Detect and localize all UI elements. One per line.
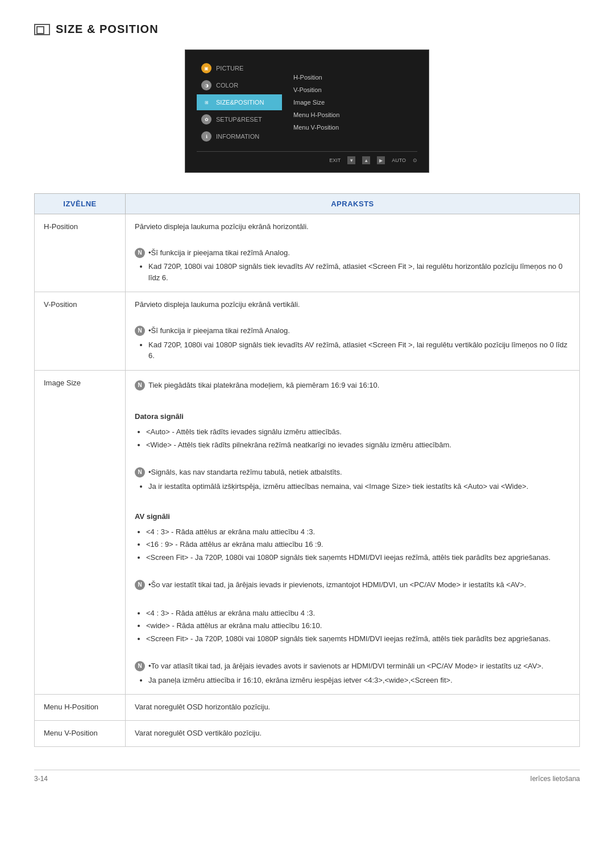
note-icon-v-1: N <box>135 326 145 336</box>
osd-image-container: ▣ PICTURE ◑ COLOR ⊞ SIZE&POSITION ✿ SETU… <box>34 49 580 173</box>
note-av-main: Šo var iestatīt tikai tad, ja ārējais ie… <box>151 579 526 591</box>
osd-color-label: COLOR <box>216 82 238 89</box>
table-row-image-size: Image Size N Tiek piegādāts tikai platek… <box>35 370 580 695</box>
footer-page-number: 3-14 <box>34 775 48 783</box>
bullet-h-1: Kad 720P, 1080i vai 1080P signāls tiek i… <box>148 261 570 283</box>
table-row-v-position: V-Position Pārvieto displeja laukuma poz… <box>35 292 580 370</box>
osd-btn-power: ⊙ <box>413 157 417 163</box>
desc-v-position: Pārvieto displeja laukuma pozīciju ekrān… <box>126 292 580 370</box>
size-position-icon <box>34 24 50 35</box>
menu-label-image-size: Image Size <box>35 370 126 695</box>
bullet-v-1: Kad 720P, 1080i vai 1080P signāls tiek i… <box>148 339 570 362</box>
osd-color-icon: ◑ <box>201 80 211 90</box>
table-row-menu-v: Menu V-Position Varat noregulēt OSD vert… <box>35 721 580 747</box>
note-h-1: N • Šī funkcija ir pieejama tikai režīmā… <box>135 247 570 259</box>
osd-submenu-menu-h: Menu H-Position <box>293 110 417 119</box>
col-header-apraksts: APRAKSTS <box>126 194 580 214</box>
osd-submenu-menu-v: Menu V-Position <box>293 123 417 132</box>
av-bullet-1: <4 : 3> - Rāda attēlus ar ekrāna malu at… <box>146 526 570 538</box>
osd-screen: ▣ PICTURE ◑ COLOR ⊞ SIZE&POSITION ✿ SETU… <box>185 49 429 173</box>
note-av2-main: To var atlasīt tikai tad, ja ārējais iev… <box>151 661 544 672</box>
note-av-2: N • To var atlasīt tikai tad, ja ārējais… <box>135 661 570 672</box>
col-header-izvēlne: IZVĒLNE <box>35 194 126 214</box>
osd-item-info: ℹ INFORMATION <box>197 128 282 144</box>
note-icon-av-1: N <box>135 580 145 590</box>
osd-item-size: ⊞ SIZE&POSITION <box>197 94 282 110</box>
note-icon-av-2: N <box>135 661 145 671</box>
osd-btn-auto: AUTO <box>392 157 406 163</box>
section-heading-datora: Datora signāli <box>135 411 570 423</box>
note-datora-main: Signāls, kas nav standarta režīmu tabulā… <box>151 467 342 479</box>
note-datora-1: N • Signāls, kas nav standarta režīmu ta… <box>135 467 570 479</box>
footer-section: Ierīces lietošana <box>530 775 580 783</box>
datora-sub-1: Ja ir iestatīta optimālā izšķirtspēja, i… <box>148 481 570 492</box>
note-imagesize-top: N Tiek piegādāts tikai platekrāna modeļi… <box>135 380 570 392</box>
section-heading-av: AV signāli <box>135 511 570 523</box>
note-content-v-1: Šī funkcija ir pieejama tikai režīmā Ana… <box>151 325 290 337</box>
desc-h-position: Pārvieto displeja laukuma pozīciju ekrān… <box>126 214 580 292</box>
av-bullet-2: <16 : 9> - Rāda attēlus ar ekrāna malu a… <box>146 539 570 550</box>
desc-menu-v: Varat noregulēt OSD vertikālo pozīciju. <box>126 721 580 747</box>
menu-label-menu-v: Menu V-Position <box>35 721 126 747</box>
osd-menu-left: ▣ PICTURE ◑ COLOR ⊞ SIZE&POSITION ✿ SETU… <box>197 60 282 144</box>
note-v-1: N • Šī funkcija ir pieejama tikai režīmā… <box>135 325 570 337</box>
osd-picture-icon: ▣ <box>201 63 211 73</box>
menu-label-v-position: V-Position <box>35 292 126 370</box>
osd-info-label: INFORMATION <box>216 133 259 140</box>
osd-btn-up: ▲ <box>362 156 370 164</box>
note-content-h-1: Šī funkcija ir pieejama tikai režīmā Ana… <box>151 247 290 259</box>
menu-label-h-position: H-Position <box>35 214 126 292</box>
av2-sub-1: Ja paneļa izmēru attiecība ir 16:10, ekr… <box>148 675 570 686</box>
page-title-section: SIZE & POSITION <box>34 23 580 36</box>
osd-submenu-h-position: H-Position <box>293 73 417 82</box>
av-bullet2-3: <Screen Fit> - Ja 720P, 1080i vai 1080P … <box>146 633 570 645</box>
desc-intro-v: Pārvieto displeja laukuma pozīciju ekrān… <box>135 299 570 311</box>
desc-intro-h: Pārvieto displeja laukuma pozīciju ekrān… <box>135 221 570 233</box>
osd-size-icon: ⊞ <box>201 97 211 107</box>
osd-setup-icon: ✿ <box>201 114 211 124</box>
note-icon-datora-1: N <box>135 467 145 477</box>
note-icon-h-1: N <box>135 248 145 258</box>
desc-image-size: N Tiek piegādāts tikai platekrāna modeļi… <box>126 370 580 695</box>
av-bullet-3: <Screen Fit> - Ja 720P, 1080i vai 1080P … <box>146 552 570 563</box>
osd-btn-right: ▶ <box>377 156 385 164</box>
table-row-h-position: H-Position Pārvieto displeja laukuma poz… <box>35 214 580 292</box>
av2-subbullets: Ja paneļa izmēru attiecība ir 16:10, ekr… <box>135 675 570 686</box>
osd-btn-exit: EXIT <box>329 157 341 163</box>
osd-bottom-buttons: EXIT ▼ ▲ ▶ AUTO ⊙ <box>197 151 417 164</box>
datora-bullet-2: <Wide> - Attēls tiek rādīts pilnekrāna r… <box>146 439 570 451</box>
note-top-text: Tiek piegādāts tikai platekrāna modeļiem… <box>148 380 379 392</box>
osd-item-color: ◑ COLOR <box>197 77 282 93</box>
datora-subbullets: Ja ir iestatīta optimālā izšķirtspēja, i… <box>135 481 570 492</box>
datora-bullets: <Auto> - Attēls tiek rādīts ievades sign… <box>135 426 570 450</box>
osd-item-setup: ✿ SETUP&RESET <box>197 111 282 127</box>
menu-label-menu-h: Menu H-Position <box>35 695 126 721</box>
page-footer: 3-14 Ierīces lietošana <box>34 770 580 783</box>
av-bullet2-2: <wide> - Rāda attēlus ar ekrāna malu att… <box>146 620 570 632</box>
av-bullets2: <4 : 3> - Rāda attēlus ar ekrāna malu at… <box>135 608 570 645</box>
osd-info-icon: ℹ <box>201 131 211 142</box>
osd-picture-label: PICTURE <box>216 65 243 72</box>
osd-setup-label: SETUP&RESET <box>216 116 262 123</box>
osd-submenu-v-position: V-Position <box>293 85 417 94</box>
av-bullets: <4 : 3> - Rāda attēlus ar ekrāna malu at… <box>135 526 570 563</box>
osd-size-label: SIZE&POSITION <box>216 99 264 106</box>
note-av-1: N • Šo var iestatīt tikai tad, ja ārējai… <box>135 579 570 591</box>
desc-menu-h: Varat noregulēt OSD horizontālo pozīciju… <box>126 695 580 721</box>
datora-bullet-1: <Auto> - Attēls tiek rādīts ievades sign… <box>146 426 570 438</box>
note-icon-imagesize-top: N <box>135 380 145 391</box>
page-title: SIZE & POSITION <box>56 23 159 36</box>
bullets-v: Kad 720P, 1080i vai 1080P signāls tiek i… <box>135 339 570 362</box>
osd-submenu-image-size: Image Size <box>293 98 417 107</box>
osd-item-picture: ▣ PICTURE <box>197 60 282 76</box>
osd-btn-down: ▼ <box>347 156 355 164</box>
table-row-menu-h: Menu H-Position Varat noregulēt OSD hori… <box>35 695 580 721</box>
av-bullet2-1: <4 : 3> - Rāda attēlus ar ekrāna malu at… <box>146 608 570 619</box>
osd-menu-right: H-Position V-Position Image Size Menu H-… <box>282 60 417 144</box>
bullets-h: Kad 720P, 1080i vai 1080P signāls tiek i… <box>135 261 570 283</box>
main-table: IZVĒLNE APRAKSTS H-Position Pārvieto dis… <box>34 193 580 747</box>
